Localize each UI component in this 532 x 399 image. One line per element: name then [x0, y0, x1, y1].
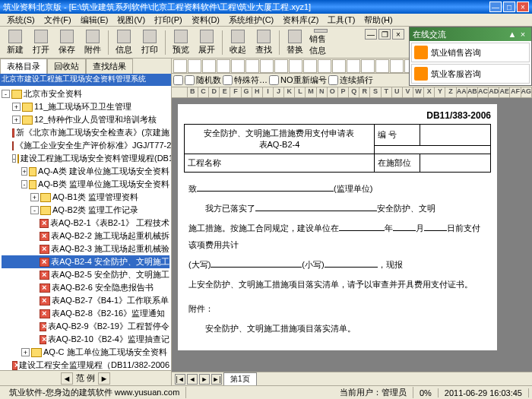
left-tab-2[interactable]: 查找结果 — [86, 59, 133, 74]
col-AD[interactable]: AD — [489, 87, 499, 97]
ed-btn-10[interactable] — [318, 59, 331, 73]
ed-btn-7[interactable] — [274, 59, 288, 73]
tree-node[interactable]: -AQ-B类 监理单位施工现场安全资料 — [2, 178, 169, 191]
tool-展开[interactable]: 展开 — [195, 28, 219, 57]
menu-打印(P)[interactable]: 打印(P) — [150, 14, 186, 27]
col-M[interactable]: M — [306, 87, 316, 97]
ed-btn-6[interactable] — [260, 59, 274, 73]
chk-连续插行[interactable]: 连续插行 — [328, 74, 373, 86]
chk-随机数[interactable]: 随机数 — [185, 74, 221, 86]
next-page-button[interactable]: ► — [199, 374, 210, 385]
tree-node[interactable]: +11_施工现场环卫卫生管理 — [2, 100, 169, 113]
tool-打印[interactable]: 打印 — [138, 28, 162, 57]
col-L[interactable]: L — [295, 87, 306, 97]
expand-icon[interactable]: + — [21, 167, 27, 176]
expand-icon[interactable]: + — [21, 348, 30, 356]
col-AG[interactable]: AG — [521, 87, 532, 97]
menu-帮助(H)[interactable]: 帮助(H) — [360, 14, 396, 27]
col-W[interactable]: W — [413, 87, 424, 97]
expand-icon[interactable]: + — [12, 116, 21, 124]
expand-icon[interactable]: + — [30, 193, 39, 201]
tree-node[interactable]: -建设工程施工现场安全资料管理规程(DB11/ — [2, 152, 169, 165]
col-AF[interactable]: AF — [510, 87, 521, 97]
col-K[interactable]: K — [284, 87, 295, 97]
ed-btn-4[interactable] — [231, 59, 245, 73]
expand-icon[interactable]: - — [30, 206, 39, 214]
col-G[interactable]: G — [242, 87, 252, 97]
tool-打开[interactable]: 打开 — [29, 28, 53, 57]
col-Z[interactable]: Z — [445, 87, 456, 97]
ed-btn-12[interactable] — [347, 59, 360, 73]
tool-查找[interactable]: 查找 — [252, 28, 276, 57]
tree-node[interactable]: 表AQ-B2-6 安全隐患报告书 — [2, 281, 169, 294]
ed-btn-2[interactable] — [202, 59, 216, 73]
ed-btn-14[interactable] — [375, 59, 389, 73]
col-C[interactable]: C — [198, 87, 209, 97]
first-page-button[interactable]: |◄ — [175, 374, 185, 385]
chk-[interactable] — [173, 75, 183, 85]
col-D[interactable]: D — [209, 87, 220, 97]
tree-node[interactable]: 表AQ-B2-9《B2-19》工程暂停令 — [2, 320, 169, 333]
prev-page-button[interactable]: ◄ — [187, 374, 198, 385]
tool-收起[interactable]: 收起 — [226, 28, 250, 57]
doc-location-value[interactable] — [420, 154, 491, 173]
expand-icon[interactable]: - — [12, 154, 16, 163]
tool-新建[interactable]: 新建 — [3, 28, 27, 57]
ed-btn-3[interactable] — [217, 59, 230, 73]
col-F[interactable]: F — [230, 87, 241, 97]
mdi-close-button[interactable]: × — [392, 29, 404, 40]
col-P[interactable]: P — [338, 87, 349, 97]
tool-保存[interactable]: 保存 — [55, 28, 79, 57]
col-AC[interactable]: AC — [478, 87, 489, 97]
menu-资料(D)[interactable]: 资料(D) — [188, 14, 223, 27]
chk-特殊符…[interactable]: 特殊符… — [223, 74, 268, 86]
col-I[interactable]: I — [263, 87, 274, 97]
col-V[interactable]: V — [403, 87, 413, 97]
col-AB[interactable]: AB — [467, 87, 478, 97]
tree-node[interactable]: 表AQ-B2-8《B2-16》监理通知 — [2, 307, 169, 320]
chk-NO重新编号[interactable]: NO重新编号 — [269, 74, 327, 86]
tree-node[interactable]: 《施工企业安全生产评价标准》JGJ/T77-20 — [2, 139, 169, 152]
tool-替换[interactable]: 替换 — [283, 28, 307, 57]
menu-文件(F)[interactable]: 文件(F) — [40, 14, 75, 27]
tree-node[interactable]: -北京市安全资料 — [2, 87, 169, 100]
page-tab-1[interactable]: 第1页 — [223, 372, 257, 386]
tree-node[interactable]: 表AQ-B2-3 施工现场起重机械验 — [2, 242, 169, 255]
menu-工具(T)[interactable]: 工具(T) — [324, 14, 359, 27]
tree-node[interactable]: +AQ-A类 建设单位施工现场安全资料 — [2, 165, 169, 178]
tree-node[interactable]: 表AQ-B2-2 施工现场起重机械拆 — [2, 230, 169, 242]
tool-预览[interactable]: 预览 — [169, 28, 193, 57]
tree-view[interactable]: -北京市安全资料+11_施工现场环卫卫生管理+12_特种作业人员管理和培训考核新… — [0, 86, 171, 370]
tool-信息[interactable]: 信息 — [112, 28, 136, 57]
tree-node[interactable]: 建设工程安全监理规程（DB11/382-2006 — [2, 359, 169, 370]
col-E[interactable]: E — [220, 87, 230, 97]
tool-附件[interactable]: 附件 — [81, 28, 105, 57]
menu-系统维护(C)[interactable]: 系统维护(C) — [225, 14, 277, 27]
ed-btn-1[interactable] — [188, 59, 201, 73]
expand-icon[interactable]: + — [12, 103, 21, 111]
menu-视图(V)[interactable]: 视图(V) — [113, 14, 149, 27]
menu-编辑(E)[interactable]: 编辑(E) — [77, 14, 112, 27]
ed-btn-13[interactable] — [361, 59, 375, 73]
col-R[interactable]: R — [359, 87, 370, 97]
col-AE[interactable]: AE — [499, 87, 510, 97]
col-U[interactable]: U — [392, 87, 403, 97]
item-field[interactable] — [255, 201, 377, 211]
chat-item[interactable]: 筑业销售咨询 — [411, 43, 530, 62]
ed-btn-8[interactable] — [289, 59, 302, 73]
ed-btn-11[interactable] — [332, 59, 346, 73]
mdi-minimize-button[interactable]: — — [365, 29, 377, 40]
ed-btn-15[interactable] — [390, 59, 404, 73]
menu-系统(S)[interactable]: 系统(S) — [3, 14, 39, 27]
col-H[interactable]: H — [252, 87, 263, 97]
col-T[interactable]: T — [382, 87, 392, 97]
maximize-button[interactable]: □ — [503, 2, 515, 12]
col-J[interactable]: J — [274, 87, 284, 97]
doc-no-value[interactable] — [420, 125, 491, 146]
col-B[interactable]: B — [188, 87, 198, 97]
minimize-button[interactable]: — — [489, 2, 502, 12]
left-tab-1[interactable]: 回收站 — [47, 59, 86, 74]
last-page-button[interactable]: ►| — [211, 374, 222, 385]
left-tab-0[interactable]: 表格目录 — [0, 59, 47, 74]
tree-node[interactable]: 新《北京市施工现场安全检查表》(京建施 — [2, 126, 169, 139]
